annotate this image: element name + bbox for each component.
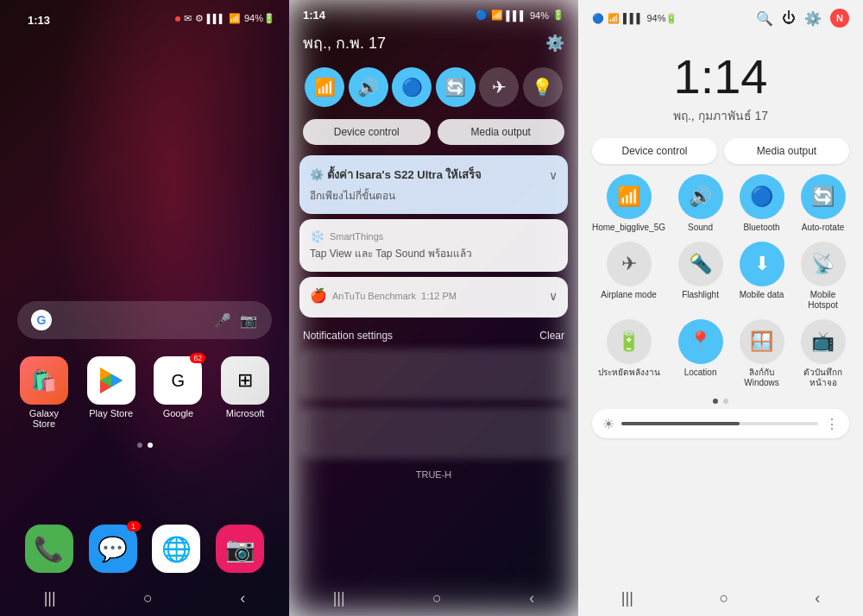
qs-tile-sound[interactable]: 🔊 Sound <box>674 174 727 233</box>
qs-tile-flashlight[interactable]: 🔦 Flashlight <box>674 242 727 311</box>
signal-status-icon: ▌▌▌ <box>507 10 526 21</box>
notif-recent-button[interactable]: ||| <box>333 589 345 607</box>
qs-bluetooth-icon[interactable]: 🔵 <box>740 174 784 219</box>
qs-left-status: 🔵 📶 ▌▌▌ 94%🔋 <box>592 13 677 24</box>
notification-settings-link[interactable]: Notification settings <box>303 330 393 342</box>
brightness-bar[interactable]: ☀ ⋮ <box>592 409 849 438</box>
home-button[interactable]: ○ <box>143 589 153 607</box>
list-item[interactable]: ⊞ Microsoft <box>218 356 272 429</box>
qs-clock-time: 1:14 <box>578 48 863 104</box>
notifications-content: 1:14 🔵 📶 ▌▌▌ 94%🔋 พฤ., ก.พ. 17 ⚙️ 📶 🔊 🔵 … <box>289 0 578 483</box>
list-item[interactable]: 🛍️ Galaxy Store <box>17 356 71 429</box>
signal-qs-icon: ▌▌▌ <box>623 13 643 23</box>
qs-tile-linkwindows[interactable]: 🪟 ลิงก์กับ Windows <box>735 319 788 388</box>
camera-dock-icon[interactable]: 📷 <box>216 525 264 573</box>
wifi-status-icon: 📶 <box>491 9 503 21</box>
brightness-track[interactable] <box>621 422 818 425</box>
qs-wifi-icon[interactable]: 📶 <box>607 174 652 219</box>
qs-media-output-button[interactable]: Media output <box>724 138 849 164</box>
qs-powersave-icon[interactable]: 🔋 <box>607 319 652 364</box>
bluetooth-toggle[interactable]: 🔵 <box>392 67 432 107</box>
notif-nav-bar: ||| ○ ‹ <box>289 580 578 616</box>
airplane-toggle[interactable]: ✈ <box>479 67 519 107</box>
qs-flashlight-icon[interactable]: 🔦 <box>678 242 723 286</box>
antutu-app-row: 🍎 AnTuTu Benchmark 1:12 PM <box>310 287 457 304</box>
search-qs-icon[interactable]: 🔍 <box>756 10 773 27</box>
qs-home-button[interactable]: ○ <box>720 589 729 607</box>
qs-recent-button[interactable]: ||| <box>621 589 633 607</box>
qs-tile-screenrecord[interactable]: 📺 ตัวบันทึกกหน้าจอ <box>797 319 849 388</box>
power-qs-icon[interactable]: ⏻ <box>782 10 796 26</box>
qs-screenrecord-icon[interactable]: 📺 <box>801 319 846 364</box>
qs-dot-1 <box>713 399 718 404</box>
camera-search-icon[interactable]: 📷 <box>239 311 258 330</box>
list-item[interactable]: G 62 Google <box>152 356 205 429</box>
microsoft-icon[interactable]: ⊞ <box>221 356 269 405</box>
notif-action-buttons: Device control Media output <box>289 114 578 150</box>
qs-mobiledata-icon[interactable]: ⬇ <box>740 242 784 286</box>
qs-airplane-label: Airplane mode <box>601 290 656 300</box>
qs-device-control-button[interactable]: Device control <box>592 138 717 164</box>
settings-dot-icon: ⚙ <box>195 13 204 24</box>
wifi-icon: 📶 <box>229 13 241 24</box>
expand-icon[interactable]: ∨ <box>549 168 557 182</box>
qs-linkwindows-icon[interactable]: 🪟 <box>740 319 784 364</box>
notif-header: ⚙️ ตั้งค่า Isara's S22 Ultra ให้เสร็จ ∨ <box>310 166 557 184</box>
notification-card-settings[interactable]: ⚙️ ตั้งค่า Isara's S22 Ultra ให้เสร็จ ∨ … <box>299 155 568 214</box>
phone-dock-icon[interactable]: 📞 <box>25 525 73 573</box>
galaxy-store-label: Galaxy Store <box>17 408 71 429</box>
home-status-icons: ✉ ⚙ ▌▌▌ 📶 94%🔋 <box>175 13 275 24</box>
notification-card-smartthings[interactable]: ❄️ SmartThings Tap View และ Tap Sound พร… <box>299 219 568 272</box>
list-item[interactable]: Play Store <box>85 356 138 429</box>
notif-app-row: ❄️ SmartThings <box>310 229 557 243</box>
media-output-button[interactable]: Media output <box>438 119 565 145</box>
qs-back-button[interactable]: ‹ <box>815 589 820 607</box>
messages-dock-icon[interactable]: 💬 1 <box>89 525 137 573</box>
google-icon[interactable]: G 62 <box>154 356 202 405</box>
flash-toggle[interactable]: 💡 <box>523 67 563 107</box>
notification-card-antutu[interactable]: 🍎 AnTuTu Benchmark 1:12 PM ∨ <box>299 277 568 317</box>
search-bar[interactable]: G 🎤 📷 <box>17 301 272 339</box>
clear-button[interactable]: Clear <box>539 330 564 342</box>
mic-icon[interactable]: 🎤 <box>213 311 232 330</box>
email-icon: ✉ <box>184 13 192 24</box>
qs-dot-2 <box>723 399 728 404</box>
qs-location-icon[interactable]: 📍 <box>678 319 723 364</box>
qs-tile-bluetooth[interactable]: 🔵 Bluetooth <box>735 174 788 233</box>
notif-back-button[interactable]: ‹ <box>529 589 534 607</box>
sound-toggle[interactable]: 🔊 <box>349 67 388 107</box>
notif-home-button[interactable]: ○ <box>432 589 442 607</box>
qs-flashlight-label: Flashlight <box>682 290 719 300</box>
brightness-more-icon[interactable]: ⋮ <box>825 416 839 432</box>
microsoft-label: Microsoft <box>226 408 265 418</box>
qs-autorotate-icon[interactable]: 🔄 <box>801 174 846 219</box>
galaxy-store-icon[interactable]: 🛍️ <box>20 356 68 405</box>
notification-dot-icon <box>175 16 180 22</box>
qs-tile-powersave[interactable]: 🔋 ประหยัดพลังงาน <box>592 319 665 388</box>
play-store-icon[interactable] <box>87 356 135 405</box>
qs-hotspot-icon[interactable]: 📡 <box>801 242 846 286</box>
svg-marker-3 <box>111 374 123 387</box>
back-button[interactable]: ‹ <box>240 589 245 607</box>
notif-time: 1:14 <box>303 9 325 22</box>
quick-toggles: 📶 🔊 🔵 🔄 ✈ 💡 <box>289 60 578 114</box>
chrome-dock-icon[interactable]: 🌐 <box>152 525 200 573</box>
settings-icon[interactable]: ⚙️ <box>545 34 564 53</box>
qs-action-buttons: Device control Media output <box>578 129 863 169</box>
qs-tile-airplane[interactable]: ✈ Airplane mode <box>592 242 665 311</box>
qs-tile-location[interactable]: 📍 Location <box>674 319 727 388</box>
qs-tile-wifi[interactable]: 📶 Home_bigglive_5G <box>592 174 665 233</box>
device-control-button[interactable]: Device control <box>303 119 431 145</box>
app-grid: 🛍️ Galaxy Store Play Store G 62 Google <box>0 339 289 429</box>
notification-badge[interactable]: N <box>830 9 849 28</box>
antutu-expand-icon[interactable]: ∨ <box>549 289 557 303</box>
nfc-toggle[interactable]: 🔄 <box>436 67 476 107</box>
qs-tile-autorotate[interactable]: 🔄 Auto-rotate <box>797 174 849 233</box>
settings-qs-icon[interactable]: ⚙️ <box>804 10 822 27</box>
qs-tile-mobiledata[interactable]: ⬇ Mobile data <box>735 242 788 311</box>
qs-sound-icon[interactable]: 🔊 <box>678 174 723 219</box>
recent-apps-button[interactable]: ||| <box>44 589 56 607</box>
wifi-toggle[interactable]: 📶 <box>305 67 344 107</box>
qs-airplane-icon[interactable]: ✈ <box>607 242 652 286</box>
qs-tile-hotspot[interactable]: 📡 Mobile Hotspot <box>797 242 849 311</box>
